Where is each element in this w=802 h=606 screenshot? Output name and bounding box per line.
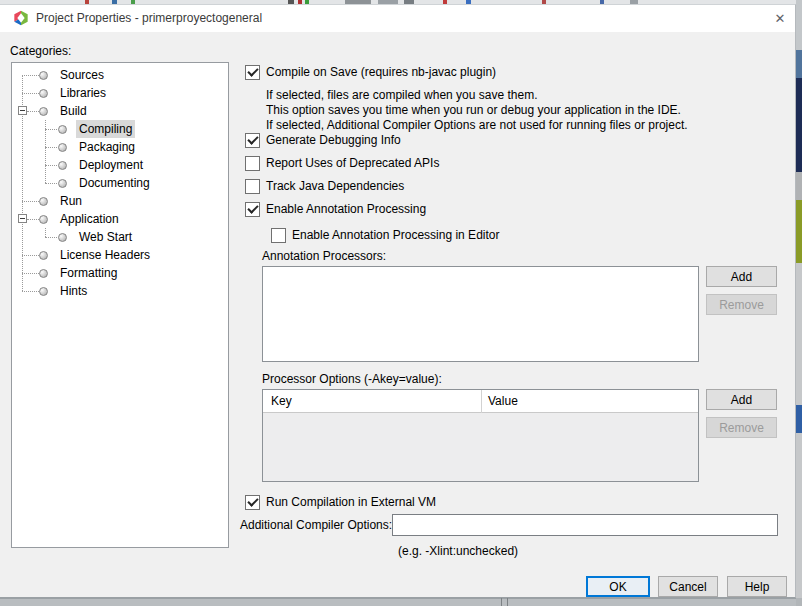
compiler-options-hint: (e.g. -Xlint:unchecked) <box>398 544 518 558</box>
tree-item-label[interactable]: Packaging <box>76 138 138 156</box>
tree-item-compiling[interactable]: Compiling <box>12 120 228 138</box>
run-external-vm-label[interactable]: Run Compilation in External VM <box>266 495 436 510</box>
background-divider-tick <box>507 598 508 606</box>
enable-annotation-editor-label[interactable]: Enable Annotation Processing in Editor <box>292 228 499 243</box>
tree-item-documenting[interactable]: Documenting <box>12 174 228 192</box>
processor-options-remove-button: Remove <box>706 417 777 438</box>
tree-node-bullet-icon <box>58 233 67 242</box>
description-line: If selected, Additional Compiler Options… <box>266 118 688 132</box>
tree-node-bullet-icon <box>39 71 48 80</box>
tree-item-libraries[interactable]: Libraries <box>12 84 228 102</box>
description-line: This option saves you time when you run … <box>266 103 681 117</box>
tree-node-bullet-icon <box>39 89 48 98</box>
tree-node-bullet-icon <box>58 179 67 188</box>
generate-debugging-checkbox[interactable] <box>245 133 260 148</box>
desktop-background-strip <box>0 598 796 606</box>
tree-collapse-icon[interactable] <box>18 214 27 223</box>
tree-node-bullet-icon <box>39 197 48 206</box>
tree-item-label[interactable]: Web Start <box>76 228 135 246</box>
tree-item-label[interactable]: Compiling <box>76 120 135 138</box>
tree-node-bullet-icon <box>39 215 48 224</box>
tree-item-label[interactable]: Run <box>57 192 85 210</box>
track-dependencies-checkbox[interactable] <box>245 179 260 194</box>
tree-node-bullet-icon <box>39 251 48 260</box>
categories-label: Categories: <box>10 44 71 58</box>
generate-debugging-label[interactable]: Generate Debugging Info <box>266 133 401 148</box>
annotation-processors-list[interactable] <box>262 266 699 362</box>
tree-item-label[interactable]: Application <box>57 210 122 228</box>
tree-node-bullet-icon <box>58 161 67 170</box>
tree-item-hints[interactable]: Hints <box>12 282 228 300</box>
table-header-row: Key Value <box>263 390 698 413</box>
close-icon[interactable]: ✕ <box>768 8 792 28</box>
screen: Project Properties - primerproyectogener… <box>0 0 802 606</box>
tree-node-bullet-icon <box>39 107 48 116</box>
tree-item-label[interactable]: Libraries <box>57 84 109 102</box>
tree-item-label[interactable]: Deployment <box>76 156 146 174</box>
additional-compiler-options-label: Additional Compiler Options: <box>240 518 386 533</box>
tree-collapse-icon[interactable] <box>18 106 27 115</box>
annotation-processors-label: Annotation Processors: <box>262 249 386 264</box>
processor-options-label: Processor Options (-Akey=value): <box>262 372 442 387</box>
netbeans-logo-icon <box>13 10 29 26</box>
project-properties-dialog: Project Properties - primerproyectogener… <box>0 4 796 598</box>
compile-on-save-checkbox[interactable] <box>245 65 260 80</box>
description-line: If selected, files are compiled when you… <box>266 88 537 102</box>
tree-item-application[interactable]: Application <box>12 210 228 228</box>
annotation-add-button[interactable]: Add <box>706 266 777 287</box>
additional-compiler-options-input[interactable] <box>392 514 778 536</box>
report-deprecated-checkbox[interactable] <box>245 156 260 171</box>
enable-annotation-editor-checkbox[interactable] <box>271 228 286 243</box>
tree-item-label[interactable]: Documenting <box>76 174 153 192</box>
key-column-header[interactable]: Key <box>271 394 292 408</box>
tree-item-build[interactable]: Build <box>12 102 228 120</box>
report-deprecated-label[interactable]: Report Uses of Deprecated APIs <box>266 156 439 171</box>
enable-annotation-processing-label[interactable]: Enable Annotation Processing <box>266 202 426 217</box>
annotation-remove-button: Remove <box>706 294 777 315</box>
compile-on-save-label[interactable]: Compile on Save (requires nb-javac plugi… <box>266 65 496 80</box>
tree-node-bullet-icon <box>39 269 48 278</box>
processor-options-add-button[interactable]: Add <box>706 389 777 410</box>
dialog-body: Categories: SourcesLibrariesBuildCompili… <box>0 32 795 599</box>
tree-item-label[interactable]: Build <box>57 102 90 120</box>
window-title: Project Properties - primerproyectogener… <box>36 11 262 25</box>
titlebar[interactable]: Project Properties - primerproyectogener… <box>0 5 795 32</box>
tree-item-deployment[interactable]: Deployment <box>12 156 228 174</box>
tree-item-run[interactable]: Run <box>12 192 228 210</box>
enable-annotation-processing-checkbox[interactable] <box>245 202 260 217</box>
background-app-edge <box>796 0 802 606</box>
categories-tree[interactable]: SourcesLibrariesBuildCompilingPackagingD… <box>11 62 229 548</box>
tree-item-label[interactable]: License Headers <box>57 246 153 264</box>
help-button[interactable]: Help <box>727 576 787 597</box>
tree-item-label[interactable]: Sources <box>57 66 107 84</box>
tree-item-sources[interactable]: Sources <box>12 66 228 84</box>
ok-button[interactable]: OK <box>586 576 650 597</box>
value-column-header[interactable]: Value <box>488 394 518 408</box>
tree-node-bullet-icon <box>58 143 67 152</box>
run-external-vm-checkbox[interactable] <box>245 495 260 510</box>
tree-item-license-headers[interactable]: License Headers <box>12 246 228 264</box>
tree-item-packaging[interactable]: Packaging <box>12 138 228 156</box>
background-divider-tick <box>501 598 502 606</box>
tree-item-formatting[interactable]: Formatting <box>12 264 228 282</box>
tree-node-bullet-icon <box>39 287 48 296</box>
tree-item-web-start[interactable]: Web Start <box>12 228 228 246</box>
tree-item-label[interactable]: Formatting <box>57 264 120 282</box>
column-divider <box>481 390 482 413</box>
processor-options-table[interactable]: Key Value <box>262 389 699 482</box>
track-dependencies-label[interactable]: Track Java Dependencies <box>266 179 404 194</box>
cancel-button[interactable]: Cancel <box>658 576 718 597</box>
tree-item-label[interactable]: Hints <box>57 282 90 300</box>
tree-node-bullet-icon <box>58 125 67 134</box>
